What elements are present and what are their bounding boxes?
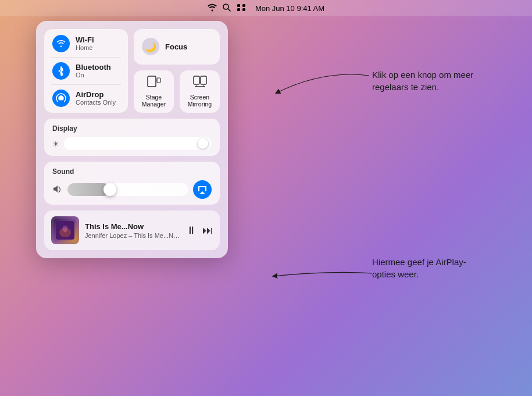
callout-1-text: Klik op een knop om meer regelaars te zi…	[372, 70, 473, 92]
wifi-menubar-icon[interactable]	[208, 3, 217, 13]
sound-label: Sound	[52, 167, 212, 176]
divider-1	[51, 57, 121, 58]
airdrop-item[interactable]: AirDrop Contacts Only	[52, 90, 120, 107]
display-label: Display	[52, 124, 212, 133]
pause-button[interactable]: ⏸	[186, 224, 197, 237]
wifi-title: Wi-Fi	[76, 35, 94, 45]
bluetooth-text: Bluetooth On	[76, 63, 111, 80]
now-playing-artist: Jennifer Lopez – This Is Me...Now	[85, 232, 180, 239]
menubar-time: Mon Jun 10 9:41 AM	[255, 4, 324, 13]
svg-rect-10	[201, 76, 206, 84]
stage-manager-block[interactable]: Stage Manager	[134, 70, 174, 113]
svg-rect-7	[148, 76, 156, 87]
callout-1: Klik op een knop om meer regelaars te zi…	[372, 69, 488, 93]
callout-2: Hiermee geef je AirPlay-opties weer.	[372, 256, 488, 280]
album-art-inner	[53, 219, 77, 242]
top-row: Wi-Fi Home Bluetooth	[44, 29, 220, 113]
control-center-panel: Wi-Fi Home Bluetooth	[36, 21, 228, 258]
now-playing-title: This Is Me...Now	[85, 222, 180, 231]
playback-controls: ⏸ ⏭	[186, 224, 213, 237]
brightness-icon: ☀	[52, 140, 59, 148]
wifi-text: Wi-Fi Home	[76, 35, 94, 52]
stage-mirror-row: Stage Manager Screen Mirroring	[134, 70, 220, 113]
search-menubar-icon[interactable]	[223, 3, 231, 13]
arrow-1	[230, 47, 381, 116]
svg-rect-8	[157, 78, 160, 83]
svg-rect-9	[194, 76, 199, 84]
svg-rect-2	[237, 4, 240, 7]
airdrop-text: AirDrop Contacts Only	[76, 90, 116, 107]
screen-mirroring-icon	[193, 75, 207, 91]
airdrop-subtitle: Contacts Only	[76, 99, 116, 106]
focus-block[interactable]: 🌙 Focus	[134, 29, 220, 65]
svg-line-1	[228, 9, 230, 11]
airdrop-title: AirDrop	[76, 90, 116, 99]
svg-rect-5	[242, 8, 245, 11]
brightness-slider[interactable]	[64, 137, 212, 150]
album-art	[51, 216, 79, 244]
next-button[interactable]: ⏭	[202, 224, 213, 237]
control-center-menubar-icon[interactable]	[237, 3, 246, 13]
stage-manager-icon	[147, 75, 161, 91]
wifi-item[interactable]: Wi-Fi Home	[52, 35, 120, 52]
volume-icon	[52, 184, 63, 195]
airplay-button[interactable]	[193, 180, 212, 199]
arrow-2	[227, 259, 378, 294]
menu-bar: Mon Jun 10 9:41 AM	[0, 0, 532, 16]
sound-slider-row	[52, 180, 212, 199]
connectivity-block: Wi-Fi Home Bluetooth	[44, 29, 128, 113]
bluetooth-subtitle: On	[76, 72, 111, 79]
airdrop-icon	[52, 90, 70, 107]
callout-2-text: Hiermee geef je AirPlay-opties weer.	[372, 257, 466, 279]
bluetooth-item[interactable]: Bluetooth On	[52, 62, 120, 80]
volume-slider[interactable]	[67, 183, 188, 196]
divider-2	[51, 84, 121, 85]
svg-rect-3	[242, 4, 245, 7]
display-slider-row: ☀	[52, 137, 212, 150]
right-column: 🌙 Focus Stage Manager	[134, 29, 220, 113]
now-playing-block: This Is Me...Now Jennifer Lopez – This I…	[44, 211, 220, 250]
now-playing-text: This Is Me...Now Jennifer Lopez – This I…	[85, 222, 180, 239]
wifi-subtitle: Home	[76, 44, 94, 52]
focus-icon: 🌙	[142, 38, 159, 55]
sound-block: Sound	[44, 162, 220, 205]
stage-manager-label: Stage Manager	[137, 94, 170, 108]
svg-rect-4	[237, 8, 240, 11]
wifi-icon	[52, 35, 70, 52]
screen-mirroring-label: Screen Mirroring	[183, 94, 216, 108]
bluetooth-icon	[52, 62, 70, 80]
bluetooth-title: Bluetooth	[76, 63, 111, 72]
focus-label: Focus	[165, 42, 187, 51]
display-block: Display ☀	[44, 119, 220, 156]
screen-mirroring-block[interactable]: Screen Mirroring	[180, 70, 220, 113]
